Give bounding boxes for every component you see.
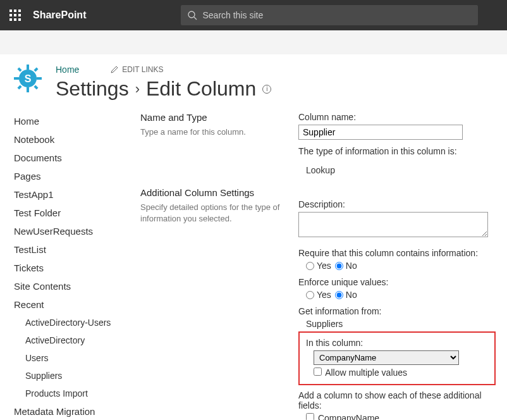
page-title: Settings › Edit Column i bbox=[56, 77, 271, 101]
search-icon bbox=[187, 10, 197, 20]
nav-test-folder[interactable]: Test Folder bbox=[14, 204, 140, 222]
allow-multi-checkbox[interactable]: Allow multiple values bbox=[314, 368, 407, 378]
search-input[interactable]: Search this site bbox=[181, 5, 478, 25]
chevron-right-icon: › bbox=[135, 81, 140, 97]
gear-badge-icon: S bbox=[13, 63, 43, 94]
inthis-label: In this column: bbox=[306, 338, 488, 348]
app-launcher-icon[interactable] bbox=[0, 0, 30, 30]
nav-recent-ad-users[interactable]: ActiveDirectory-Users bbox=[14, 314, 140, 331]
highlight-box: In this column: CompanyName Allow multip… bbox=[298, 331, 496, 385]
column-name-label: Column name: bbox=[298, 112, 499, 122]
nav-testapp1[interactable]: TestApp1 bbox=[14, 185, 140, 204]
column-type-label: The type of information in this column i… bbox=[298, 146, 499, 156]
suite-bar: SharePoint Search this site bbox=[0, 0, 507, 30]
title-settings[interactable]: Settings bbox=[56, 77, 129, 101]
nav-tickets[interactable]: Tickets bbox=[14, 259, 140, 277]
svg-line-1 bbox=[194, 17, 197, 20]
svg-rect-4 bbox=[27, 87, 29, 92]
svg-rect-10 bbox=[17, 85, 21, 89]
nav-metadata-migration[interactable]: Metadata Migration bbox=[14, 402, 140, 420]
svg-rect-3 bbox=[27, 65, 29, 70]
nav-home[interactable]: Home bbox=[14, 112, 140, 130]
getinfo-value: Suppliers bbox=[298, 319, 499, 329]
section-additional-title: Additional Column Settings bbox=[140, 187, 292, 198]
enforce-yes-radio[interactable]: Yes bbox=[306, 290, 331, 300]
column-type-value: Lookup bbox=[298, 165, 499, 175]
nav-recent-users[interactable]: Users bbox=[14, 349, 140, 367]
nav-recent-ad[interactable]: ActiveDirectory bbox=[14, 331, 140, 349]
svg-rect-8 bbox=[34, 85, 38, 89]
enforce-label: Enforce unique values: bbox=[298, 277, 499, 287]
pencil-icon bbox=[111, 66, 118, 73]
nav-newuserrequests[interactable]: NewUserRequests bbox=[14, 222, 140, 240]
enforce-no-radio[interactable]: No bbox=[335, 290, 357, 300]
info-icon[interactable]: i bbox=[262, 85, 271, 94]
description-label: Description: bbox=[298, 199, 499, 209]
brand-text: SharePoint bbox=[33, 9, 86, 21]
nav-site-contents[interactable]: Site Contents bbox=[14, 277, 140, 295]
breadcrumb-home-link[interactable]: Home bbox=[56, 65, 79, 75]
edit-links-button[interactable]: EDIT LINKS bbox=[111, 65, 163, 74]
svg-rect-5 bbox=[14, 77, 19, 80]
search-placeholder: Search this site bbox=[202, 10, 263, 20]
require-no-radio[interactable]: No bbox=[335, 261, 357, 271]
nav-recent-header[interactable]: Recent bbox=[14, 295, 140, 314]
section-additional-desc: Specify detailed options for the type of… bbox=[140, 202, 292, 225]
require-yes-radio[interactable]: Yes bbox=[306, 261, 331, 271]
nav-notebook[interactable]: Notebook bbox=[14, 130, 140, 149]
require-label: Require that this column contains inform… bbox=[298, 248, 499, 258]
addcol-label: Add a column to show each of these addit… bbox=[298, 390, 499, 411]
section-name-type-desc: Type a name for this column. bbox=[140, 127, 292, 138]
nav-recent-products-import[interactable]: Products Import bbox=[14, 385, 140, 402]
svg-point-0 bbox=[188, 11, 195, 18]
sub-bar bbox=[0, 30, 507, 54]
svg-rect-7 bbox=[17, 67, 21, 71]
site-logo[interactable]: S bbox=[13, 61, 56, 101]
nav-documents[interactable]: Documents bbox=[14, 149, 140, 167]
nav-pages[interactable]: Pages bbox=[14, 167, 140, 185]
svg-text:S: S bbox=[25, 73, 32, 84]
column-name-input[interactable] bbox=[298, 125, 463, 140]
description-textarea[interactable] bbox=[298, 212, 488, 237]
nav-testlist[interactable]: TestList bbox=[14, 240, 140, 259]
title-page: Edit Column bbox=[146, 77, 256, 101]
svg-rect-6 bbox=[37, 77, 42, 80]
nav-recent-suppliers[interactable]: Suppliers bbox=[14, 367, 140, 385]
quick-launch: Home Notebook Documents Pages TestApp1 T… bbox=[14, 112, 140, 420]
svg-rect-9 bbox=[34, 67, 38, 71]
getinfo-label: Get information from: bbox=[298, 306, 499, 316]
addcol-companyname-checkbox[interactable]: CompanyName bbox=[306, 413, 379, 420]
section-name-type-title: Name and Type bbox=[140, 112, 292, 123]
inthis-column-select[interactable]: CompanyName bbox=[314, 350, 459, 365]
